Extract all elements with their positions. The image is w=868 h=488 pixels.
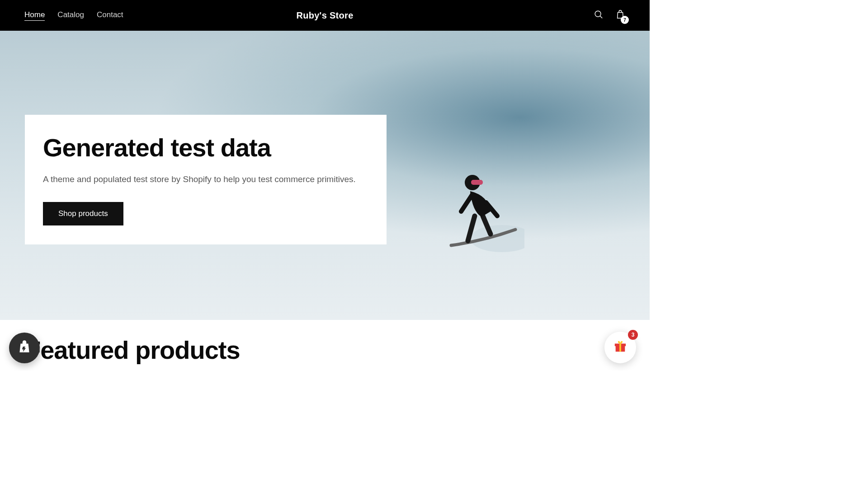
hero-heading: Generated test data	[43, 133, 368, 162]
cart-button[interactable]: 7	[615, 9, 625, 21]
nav-link-contact[interactable]: Contact	[97, 10, 123, 21]
store-title[interactable]: Ruby's Store	[296, 10, 353, 21]
svg-point-3	[465, 175, 480, 190]
hero-illustration	[448, 166, 524, 257]
gift-widget[interactable]: 3	[604, 332, 636, 363]
svg-line-1	[600, 16, 602, 18]
main-nav: Home Catalog Contact	[24, 10, 123, 21]
topbar-right: 7	[594, 9, 625, 21]
gift-icon	[613, 340, 627, 355]
search-icon	[594, 9, 604, 21]
hero-subheading: A theme and populated test store by Shop…	[43, 173, 368, 186]
gift-count-badge: 3	[628, 330, 638, 340]
hero-section: Generated test data A theme and populate…	[0, 31, 650, 320]
hero-card: Generated test data A theme and populate…	[25, 115, 387, 244]
search-button[interactable]	[594, 9, 604, 21]
topbar: Home Catalog Contact Ruby's Store 7	[0, 0, 650, 31]
nav-link-catalog[interactable]: Catalog	[57, 10, 84, 21]
cart-count-badge: 7	[621, 16, 629, 24]
svg-point-0	[595, 11, 601, 17]
svg-rect-4	[471, 180, 483, 185]
featured-section: Featured products	[0, 320, 650, 371]
page-viewport[interactable]: Home Catalog Contact Ruby's Store 7	[0, 0, 650, 371]
svg-point-2	[470, 225, 524, 252]
shop-products-button[interactable]: Shop products	[43, 202, 123, 225]
svg-rect-7	[619, 343, 621, 352]
nav-link-home[interactable]: Home	[24, 10, 45, 21]
shopify-bag-icon	[17, 339, 32, 357]
featured-heading: Featured products	[25, 335, 624, 365]
shopify-chat-widget[interactable]	[9, 333, 40, 363]
